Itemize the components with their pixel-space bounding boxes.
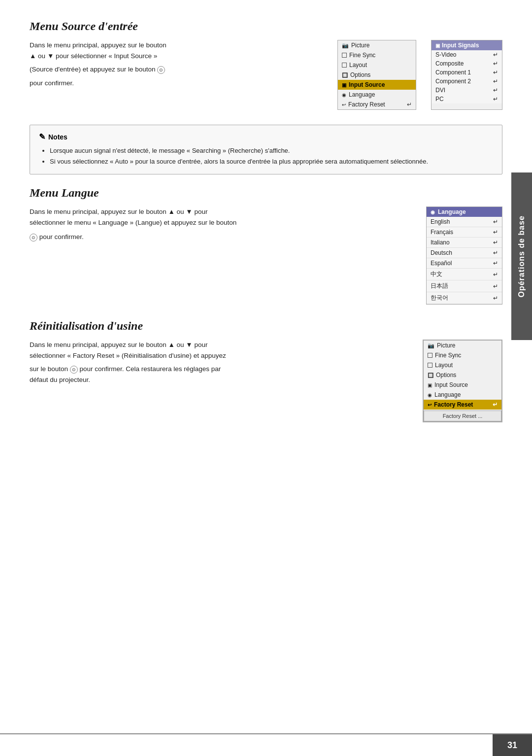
lang-chinese: 中文 ↵ (427, 269, 502, 280)
factory-menu-picture: 📷 Picture (424, 341, 501, 350)
f-layout-icon (428, 363, 432, 368)
menu-item-factory-reset: ↩ Factory Reset ↵ (338, 100, 416, 109)
factory-menu-input: ▣ Input Source (424, 380, 501, 390)
section-factory-reset: Réinitialisation d'usine Dans le menu pr… (30, 319, 502, 422)
notes-item-1: Lorsque aucun signal n'est détecté, le m… (50, 145, 493, 156)
submenu-composite: Composite ↵ (432, 59, 502, 68)
f-finesync-icon (428, 353, 432, 358)
lang-italiano: Italiano ↵ (427, 238, 502, 248)
section1-para1: Dans le menu principal, appuyez sur le b… (30, 40, 323, 61)
notes-title: ✎ Notes (39, 132, 493, 141)
factory-reset-icon: ↩ (342, 102, 346, 107)
submenu-component2: Component 2 ↵ (432, 77, 502, 86)
side-tab-text: Opérations de base (517, 215, 526, 298)
picture-icon: 📷 (342, 42, 349, 49)
f-options-icon: 🔲 (428, 373, 433, 378)
page-number: 31 (507, 740, 517, 751)
enter-btn3: ⊙ (70, 366, 78, 374)
f-lang-icon: ◉ (428, 392, 432, 398)
section-input-source: Menu Source d'entrée Dans le menu princi… (30, 20, 502, 110)
submenu-dvi: DVI ↵ (432, 86, 502, 95)
lang-deutsch: Deutsch ↵ (427, 248, 502, 258)
factory-menu-factory: ↩ Factory Reset ↵ (424, 400, 501, 410)
main-menu-box: 📷 Picture Fine Sync Layout (337, 40, 416, 110)
section1-text: Dans le menu principal, appuyez sur le b… (30, 40, 323, 110)
input-source-icon: ▣ (342, 82, 346, 88)
section1-para3: pour confirmer. (30, 78, 323, 89)
section3-para1: Dans le menu principal, appuyez sur le b… (30, 340, 408, 361)
language-menu-box: ◉ Language English ↵ Français ↵ Italiano… (426, 206, 502, 305)
factory-menu-options: 🔲 Options (424, 370, 501, 380)
notes-list: Lorsque aucun signal n'est détecté, le m… (39, 145, 493, 167)
lang-espanol: Español ↵ (427, 258, 502, 269)
submenu-pc: PC ↵ (432, 95, 502, 103)
notes-icon: ✎ (39, 132, 45, 141)
bottom-line (0, 733, 532, 734)
section2-heading: Menu Langue (30, 186, 502, 200)
options-icon: 🔲 (342, 72, 348, 78)
section2-text: Dans le menu principal, appuyez sur le b… (30, 206, 411, 305)
factory-main-menu: 📷 Picture Fine Sync Layout (423, 340, 502, 422)
language-icon: ◉ (342, 92, 346, 98)
menu-item-options: 🔲 Options (338, 70, 416, 80)
input-signals-menu: ▣ Input Signals S-Video ↵ Composite ↵ Co… (431, 40, 502, 110)
menu-item-language: ◉ Language (338, 90, 416, 100)
lang-english: English ↵ (427, 217, 502, 227)
menu-item-finesync: Fine Sync (338, 50, 416, 60)
language-menu-header: ◉ Language (427, 207, 502, 217)
page-content: Menu Source d'entrée Dans le menu princi… (0, 0, 532, 457)
enter-btn2: ⊙ (30, 234, 37, 241)
f-picture-icon: 📷 (428, 343, 434, 349)
factory-menu-finesync: Fine Sync (424, 350, 501, 360)
finesync-icon (342, 53, 347, 58)
page-number-box: 31 (493, 734, 532, 756)
section3-para2: sur le bouton ⊙ pour confirmer. Cela res… (30, 364, 408, 385)
lang-francais: Français ↵ (427, 227, 502, 238)
input-signals-icon: ▣ (435, 43, 440, 48)
enter-btn1: ⊙ (157, 66, 165, 74)
lang-japanese: 日本語 ↵ (427, 280, 502, 292)
section1-menus: 📷 Picture Fine Sync Layout (337, 40, 416, 110)
section3-text: Dans le menu principal, appuyez sur le b… (30, 340, 408, 422)
input-signals-header: ▣ Input Signals (432, 40, 502, 50)
notes-item-2: Si vous sélectionnez « Auto » pour la so… (50, 156, 493, 167)
section-language: Menu Langue Dans le menu principal, appu… (30, 186, 502, 305)
section2-para2: ⊙ pour confirmer. (30, 232, 411, 242)
factory-menu-layout: Layout (424, 360, 501, 370)
submenu-component1: Component 1 ↵ (432, 68, 502, 77)
factory-arrow: ↵ (407, 101, 412, 108)
factory-submenu-label: Factory Reset ... (424, 411, 501, 421)
f-input-icon: ▣ (428, 382, 432, 388)
menu-item-layout: Layout (338, 60, 416, 70)
notes-box: ✎ Notes Lorsque aucun signal n'est détec… (30, 125, 502, 174)
section1-para2: (Source d'entrée) et appuyez sur le bout… (30, 64, 323, 75)
section3-heading: Réinitialisation d'usine (30, 319, 502, 333)
f-factory-icon: ↩ (428, 402, 432, 408)
section2-para1: Dans le menu principal, appuyez sur le b… (30, 206, 411, 228)
submenu-svideo: S-Video ↵ (432, 50, 502, 59)
layout-icon (342, 63, 347, 68)
menu-item-input-source: ▣ Input Source (338, 80, 416, 90)
f-factory-arrow: ↵ (493, 401, 498, 408)
lang-korean: 한국어 ↵ (427, 292, 502, 304)
factory-menu-box: 📷 Picture Fine Sync Layout (423, 340, 502, 422)
menu-item-picture: 📷 Picture (338, 40, 416, 50)
language-menu-icon: ◉ (431, 209, 435, 215)
section1-heading: Menu Source d'entrée (30, 20, 502, 33)
side-tab: Opérations de base (511, 172, 532, 340)
factory-menu-lang: ◉ Language (424, 390, 501, 400)
